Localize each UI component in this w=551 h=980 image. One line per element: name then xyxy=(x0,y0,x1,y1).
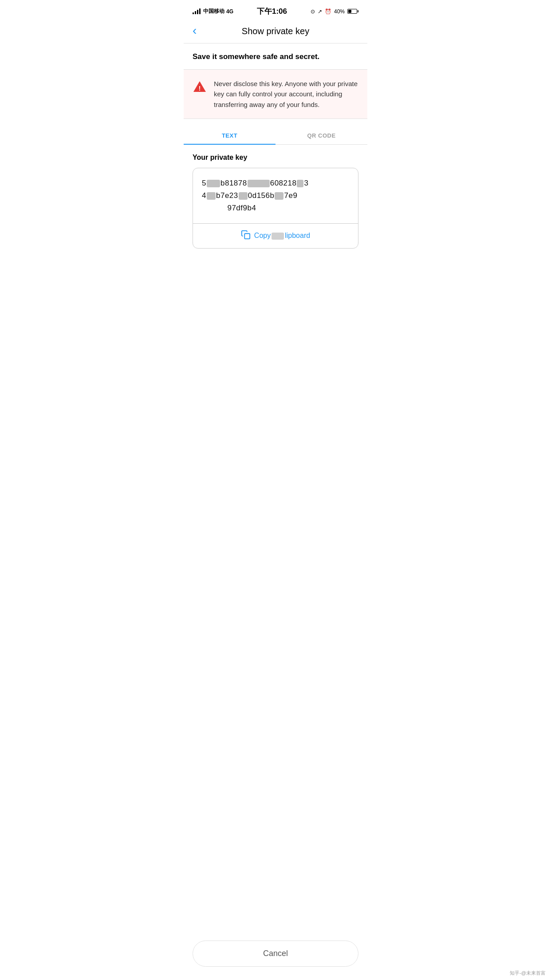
save-message-section: Save it somewhere safe and secret. xyxy=(184,43,367,70)
back-button[interactable]: ‹ xyxy=(193,24,197,37)
page-title: Show private key xyxy=(242,26,309,36)
network-type: 4G xyxy=(226,8,233,15)
key-text: 5b818786082183 4b7e230d156b7e9 97df9b4 xyxy=(202,177,349,217)
gps-icon: ⊙ xyxy=(311,8,315,15)
key-section: Your private key 5b818786082183 4b7e230d… xyxy=(184,145,367,249)
status-left: 中国移动 4G xyxy=(193,8,233,15)
battery-icon xyxy=(347,9,358,14)
warning-triangle-icon: ! xyxy=(193,79,207,94)
warning-box: ! Never disclose this key. Anyone with y… xyxy=(184,70,367,119)
carrier-label: 中国移动 xyxy=(203,8,224,15)
key-label: Your private key xyxy=(193,154,358,162)
status-right: ⊙ ↗ ⏰ 40% xyxy=(311,8,358,15)
redacted-4 xyxy=(207,192,216,200)
copy-icon xyxy=(241,230,251,242)
tabs-container: TEXT QR CODE xyxy=(184,126,367,145)
nav-header: ‹ Show private key xyxy=(184,20,367,43)
copy-label: Copylipboard xyxy=(254,232,310,240)
warning-icon: ! xyxy=(193,79,207,94)
redacted-3 xyxy=(297,180,303,187)
redacted-6 xyxy=(275,192,283,200)
location-icon: ↗ xyxy=(318,8,322,15)
redacted-2 xyxy=(248,180,270,187)
redacted-5 xyxy=(239,192,248,200)
alarm-icon: ⏰ xyxy=(325,8,331,15)
redacted-1 xyxy=(207,180,220,187)
tab-qrcode[interactable]: QR CODE xyxy=(276,126,367,144)
save-message-text: Save it somewhere safe and secret. xyxy=(193,52,358,61)
warning-text: Never disclose this key. Anyone with you… xyxy=(214,79,358,110)
svg-rect-2 xyxy=(244,233,250,239)
copy-blurred xyxy=(272,233,284,240)
status-bar: 中国移动 4G 下午1:06 ⊙ ↗ ⏰ 40% xyxy=(184,0,367,20)
key-box: 5b818786082183 4b7e230d156b7e9 97df9b4 C… xyxy=(193,168,358,249)
tab-text[interactable]: TEXT xyxy=(184,126,276,144)
main-content: Save it somewhere safe and secret. ! Nev… xyxy=(184,43,367,249)
svg-text:!: ! xyxy=(199,85,201,92)
status-time: 下午1:06 xyxy=(257,6,287,16)
signal-icon xyxy=(193,8,201,14)
battery-percent: 40% xyxy=(334,8,345,15)
copy-button[interactable]: Copylipboard xyxy=(202,224,349,248)
